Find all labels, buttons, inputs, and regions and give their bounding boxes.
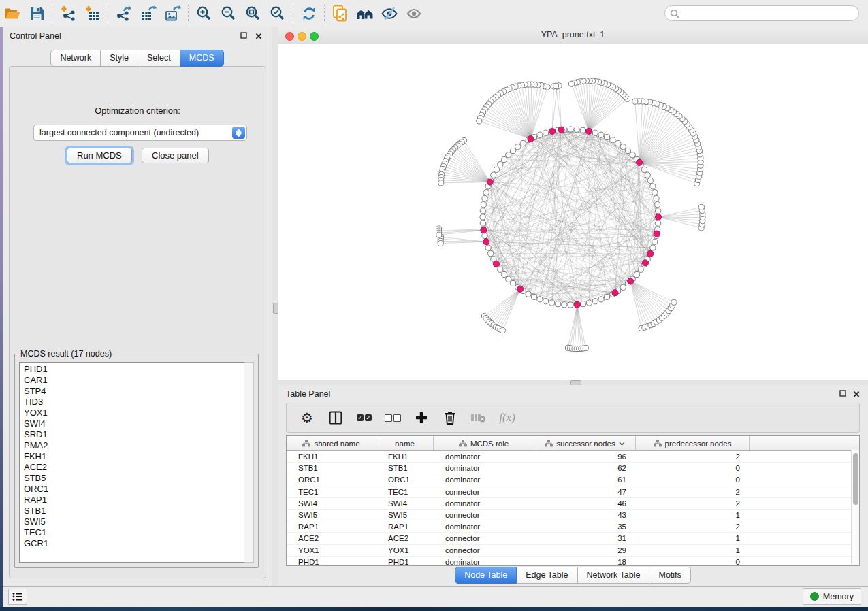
graph-node[interactable] bbox=[488, 250, 494, 256]
graph-node[interactable] bbox=[501, 156, 507, 162]
graph-node[interactable] bbox=[510, 148, 515, 153]
graph-node[interactable] bbox=[494, 167, 499, 172]
graph-node[interactable] bbox=[487, 179, 493, 185]
graph-node[interactable] bbox=[498, 267, 503, 272]
graph-node[interactable] bbox=[636, 159, 642, 165]
column-header-predecessor-nodes[interactable]: predecessor nodes bbox=[636, 436, 750, 450]
graph-node[interactable] bbox=[543, 299, 549, 304]
graph-node[interactable] bbox=[612, 290, 618, 296]
table-row[interactable]: SWI4SWI4dominator462 bbox=[287, 498, 859, 510]
mcds-node-item[interactable]: GCR1 bbox=[24, 538, 244, 549]
graph-node[interactable] bbox=[520, 140, 526, 146]
column-header-shared-name[interactable]: shared name bbox=[287, 436, 376, 450]
vertical-splitter[interactable] bbox=[272, 27, 278, 587]
home-button[interactable] bbox=[353, 3, 377, 24]
graph-node[interactable] bbox=[645, 172, 650, 178]
graph-node[interactable] bbox=[483, 239, 489, 245]
graph-node[interactable] bbox=[592, 130, 598, 135]
graph-node[interactable] bbox=[610, 137, 615, 143]
function-builder-button[interactable]: f(x) bbox=[498, 408, 517, 428]
column-header-name[interactable]: name bbox=[376, 436, 434, 450]
graph-node[interactable] bbox=[482, 195, 487, 201]
tab-edge-table[interactable]: Edge Table bbox=[517, 567, 577, 584]
graph-node[interactable] bbox=[625, 148, 630, 153]
graph-node[interactable] bbox=[647, 250, 654, 257]
save-session-button[interactable] bbox=[25, 3, 49, 24]
tab-network[interactable]: Network bbox=[50, 50, 101, 67]
mcds-node-item[interactable]: STB1 bbox=[24, 506, 244, 516]
refresh-button[interactable] bbox=[297, 3, 321, 24]
graph-node[interactable] bbox=[562, 302, 567, 308]
table-row[interactable]: ACE2ACE2connector311 bbox=[287, 533, 859, 544]
graph-node[interactable] bbox=[528, 135, 534, 142]
graph-node[interactable] bbox=[642, 260, 648, 266]
graph-node[interactable] bbox=[481, 202, 486, 208]
graph-node[interactable] bbox=[517, 286, 524, 292]
network-graph-canvas[interactable] bbox=[278, 44, 868, 380]
tab-node-table[interactable]: Node Table bbox=[455, 567, 517, 584]
import-network-button[interactable] bbox=[56, 3, 80, 24]
close-panel-button[interactable]: Close panel bbox=[142, 148, 209, 163]
graph-node[interactable] bbox=[543, 130, 549, 135]
import-table-button[interactable] bbox=[80, 3, 105, 24]
export-network-button[interactable] bbox=[112, 3, 136, 24]
graph-node[interactable] bbox=[491, 172, 496, 178]
share-document-button[interactable] bbox=[328, 3, 353, 24]
deselect-all-columns-button[interactable] bbox=[383, 408, 402, 428]
close-panel-icon[interactable]: ✕ bbox=[254, 32, 263, 42]
graph-node[interactable] bbox=[531, 294, 536, 299]
mcds-node-item[interactable]: PMA2 bbox=[24, 440, 244, 451]
graph-node[interactable] bbox=[655, 214, 661, 220]
table-row[interactable]: FKH1FKH1dominator962 bbox=[287, 451, 859, 463]
mcds-node-item[interactable]: STB5 bbox=[24, 473, 244, 484]
zoom-selected-button[interactable] bbox=[266, 3, 290, 24]
graph-node[interactable] bbox=[574, 301, 580, 308]
graph-node[interactable] bbox=[477, 118, 482, 124]
graph-node[interactable] bbox=[481, 227, 487, 233]
graph-node[interactable] bbox=[598, 132, 604, 137]
zoom-in-button[interactable] bbox=[192, 3, 216, 24]
graph-node[interactable] bbox=[656, 208, 661, 214]
table-row[interactable]: ORC1ORC1dominator610 bbox=[287, 474, 859, 486]
graph-node[interactable] bbox=[436, 232, 442, 237]
export-image-button[interactable] bbox=[161, 3, 185, 24]
export-table-button[interactable] bbox=[136, 3, 161, 24]
graph-node[interactable] bbox=[537, 297, 543, 302]
mcds-node-item[interactable]: YOX1 bbox=[24, 408, 244, 418]
mcds-node-item[interactable]: ACE2 bbox=[24, 462, 244, 473]
graph-node[interactable] bbox=[620, 144, 626, 150]
graph-node[interactable] bbox=[438, 180, 444, 186]
graph-node[interactable] bbox=[583, 345, 588, 350]
column-header-successor-nodes[interactable]: successor nodes bbox=[534, 436, 636, 450]
graph-node[interactable] bbox=[632, 99, 638, 104]
mcds-node-item[interactable]: FKH1 bbox=[24, 451, 244, 462]
graph-node[interactable] bbox=[598, 297, 604, 302]
show-hidden-button[interactable] bbox=[402, 3, 426, 24]
graph-node[interactable] bbox=[483, 190, 489, 195]
show-columns-button[interactable] bbox=[326, 408, 345, 428]
select-all-columns-button[interactable]: ✓✓ bbox=[355, 408, 374, 428]
memory-button[interactable]: Memory bbox=[803, 588, 861, 605]
scrollbar-thumb[interactable] bbox=[853, 453, 858, 505]
graph-node[interactable] bbox=[620, 284, 626, 290]
open-session-button[interactable] bbox=[0, 3, 25, 24]
zoom-out-button[interactable] bbox=[216, 3, 241, 24]
table-row[interactable]: YOX1YOX1connector291 bbox=[287, 545, 859, 557]
graph-node[interactable] bbox=[568, 81, 574, 86]
graph-node[interactable] bbox=[568, 127, 573, 132]
graph-node[interactable] bbox=[638, 267, 643, 272]
column-header-MCDS-role[interactable]: MCDS role bbox=[434, 436, 534, 450]
graph-node[interactable] bbox=[515, 144, 521, 150]
graph-node[interactable] bbox=[655, 202, 660, 208]
graph-node[interactable] bbox=[553, 83, 558, 88]
mcds-node-item[interactable]: TID3 bbox=[24, 397, 244, 408]
graph-node[interactable] bbox=[506, 152, 511, 158]
graph-node[interactable] bbox=[630, 152, 635, 158]
tab-select[interactable]: Select bbox=[138, 50, 180, 67]
graph-node[interactable] bbox=[568, 302, 573, 308]
float-panel-icon[interactable] bbox=[838, 390, 848, 399]
graph-node[interactable] bbox=[501, 271, 507, 277]
graph-node[interactable] bbox=[526, 291, 531, 297]
mcds-node-item[interactable]: CAR1 bbox=[24, 375, 244, 386]
graph-node[interactable] bbox=[615, 140, 621, 146]
